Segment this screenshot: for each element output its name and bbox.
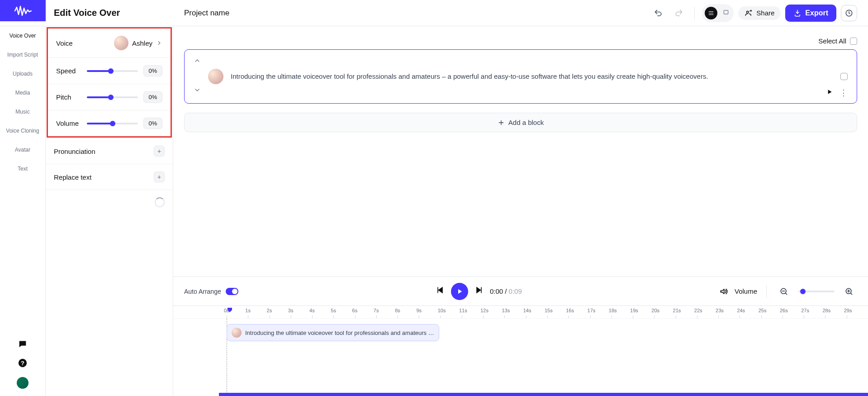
view-mode-b-icon xyxy=(721,9,731,17)
project-header: Share Export xyxy=(173,0,868,26)
app-logo[interactable] xyxy=(0,0,46,21)
block-play-button[interactable] xyxy=(826,88,833,97)
clip-avatar xyxy=(232,328,242,338)
redo-icon xyxy=(674,9,683,18)
chat-icon xyxy=(18,339,28,349)
export-button[interactable]: Export xyxy=(785,5,836,22)
timeline-ruler[interactable]: 0s 1s 2s 3s 4s 5s 6s 7s 8s 9s 10s 11s 12… xyxy=(173,306,868,319)
chat-button[interactable] xyxy=(18,339,28,351)
voice-selector[interactable]: Ashley xyxy=(114,36,162,50)
nav-music[interactable]: Music xyxy=(0,102,45,121)
clip-text: Introducing the ultimate voiceover tool … xyxy=(245,329,434,336)
volume-slider[interactable] xyxy=(87,123,138,124)
transport-right: Volume xyxy=(719,283,857,300)
move-up-button[interactable] xyxy=(194,57,201,67)
nav-uploads[interactable]: Uploads xyxy=(0,64,45,83)
nav-voice-over[interactable]: Voice Over xyxy=(0,26,45,45)
nav-media[interactable]: Media xyxy=(0,83,45,102)
auto-arrange-toggle[interactable] xyxy=(226,288,238,295)
highlighted-region: Voice Ashley Speed 0% Pitc xyxy=(47,27,172,138)
spinner-icon xyxy=(155,197,165,207)
block-voice-avatar xyxy=(208,69,223,84)
zoom-slider[interactable] xyxy=(798,291,835,292)
duration: 0:09 xyxy=(509,287,522,295)
speed-label: Speed xyxy=(56,67,81,75)
canvas: Select All Introducing the ultimate voic… xyxy=(173,26,868,396)
zoom-in-button[interactable] xyxy=(841,283,857,300)
undo-icon xyxy=(654,9,663,18)
history-button[interactable] xyxy=(841,5,857,21)
play-icon xyxy=(455,287,464,296)
zoom-out-button[interactable] xyxy=(776,283,792,300)
nav-import-script[interactable]: Import Script xyxy=(0,45,45,64)
plus-icon xyxy=(498,119,505,126)
select-all-label: Select All xyxy=(818,37,846,45)
pitch-row: Pitch 0% xyxy=(48,84,171,110)
select-all-checkbox[interactable] xyxy=(850,38,857,45)
pitch-value: 0% xyxy=(143,91,162,103)
share-icon xyxy=(745,9,753,17)
volume-icon xyxy=(719,287,728,296)
skip-back-button[interactable] xyxy=(436,286,445,297)
play-icon xyxy=(826,88,833,95)
add-replace-button[interactable]: + xyxy=(154,172,165,182)
skip-forward-icon xyxy=(474,286,484,295)
timeline-clip[interactable]: Introducing the ultimate voiceover tool … xyxy=(227,324,439,341)
auto-arrange-control: Auto Arrange xyxy=(184,288,238,295)
pitch-slider[interactable] xyxy=(87,96,138,98)
separator xyxy=(766,285,767,298)
transport-bar: Auto Arrange 0:00 / 0:09 Volume xyxy=(173,277,868,305)
select-all-row: Select All xyxy=(184,37,857,45)
separator xyxy=(694,7,695,19)
left-nav-bottom: ? xyxy=(0,339,45,389)
replace-text-label: Replace text xyxy=(54,173,91,181)
add-block-button[interactable]: Add a block xyxy=(184,113,857,132)
replace-text-row: Replace text + xyxy=(46,164,173,190)
voice-name: Ashley xyxy=(132,39,152,47)
left-nav: Voice Over Import Script Uploads Media M… xyxy=(0,26,46,396)
panel-title: Edit Voice Over xyxy=(46,0,173,26)
waveform-icon xyxy=(14,5,32,16)
nav-avatar[interactable]: Avatar xyxy=(0,140,45,159)
voice-block[interactable]: Introducing the ultimate voiceover tool … xyxy=(184,49,857,104)
play-button[interactable] xyxy=(451,283,468,300)
svg-rect-0 xyxy=(724,10,728,14)
undo-button[interactable] xyxy=(650,5,666,21)
block-footer-actions: ⋮ xyxy=(826,88,848,98)
export-icon xyxy=(793,9,802,17)
nav-text[interactable]: Text xyxy=(0,159,45,178)
volume-label: Volume xyxy=(56,119,81,127)
chevron-right-icon xyxy=(156,40,162,46)
pronunciation-row: Pronunciation + xyxy=(46,138,173,164)
svg-text:?: ? xyxy=(21,360,24,367)
share-button[interactable]: Share xyxy=(738,6,781,20)
nav-voice-cloning[interactable]: Voice Cloning xyxy=(0,121,45,140)
chevron-down-icon xyxy=(194,86,201,94)
help-button[interactable]: ? xyxy=(18,358,28,370)
transport-center: 0:00 / 0:09 xyxy=(247,283,710,300)
zoom-in-icon xyxy=(844,287,854,296)
timeline: 0s 1s 2s 3s 4s 5s 6s 7s 8s 9s 10s 11s 12… xyxy=(173,305,868,396)
loading-row xyxy=(46,190,173,215)
add-pronunciation-button[interactable]: + xyxy=(154,146,165,157)
block-actions xyxy=(840,73,848,80)
speed-slider[interactable] xyxy=(87,70,138,72)
block-text[interactable]: Introducing the ultimate voiceover tool … xyxy=(231,72,833,82)
voice-avatar xyxy=(114,36,128,50)
track-scrollbar[interactable] xyxy=(219,393,868,396)
speed-row: Speed 0% xyxy=(48,58,171,84)
skip-forward-button[interactable] xyxy=(474,286,484,297)
voice-row: Voice Ashley xyxy=(48,29,171,58)
volume-value: 0% xyxy=(143,118,162,129)
main-row: Voice Over Import Script Uploads Media M… xyxy=(0,26,868,396)
side-panel: Voice Ashley Speed 0% Pitc xyxy=(46,26,173,396)
timeline-tracks[interactable]: Introducing the ultimate voiceover tool … xyxy=(173,319,868,396)
block-checkbox[interactable] xyxy=(840,73,848,80)
user-avatar[interactable] xyxy=(17,377,28,389)
project-name-input[interactable] xyxy=(184,9,293,18)
top-actions: Share Export xyxy=(650,4,857,22)
view-mode-toggle[interactable] xyxy=(702,4,734,22)
redo-button[interactable] xyxy=(671,5,687,21)
block-more-button[interactable]: ⋮ xyxy=(840,88,848,98)
move-down-button[interactable] xyxy=(194,86,201,96)
